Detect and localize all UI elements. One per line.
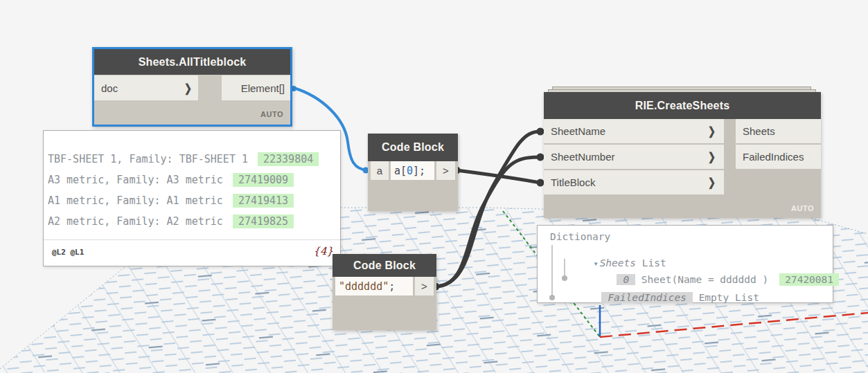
input-port-label: SheetName [551,125,605,137]
node-codeblock-index[interactable]: Code Block a a[0]; > [368,134,458,211]
list-item: A3 metric, Family: A3 metric 27419009 [44,170,340,190]
output-port[interactable]: > [415,277,434,295]
node-title[interactable]: Sheets.AllTitleblock [94,49,290,75]
input-port-doc[interactable]: doc ❯ [94,75,198,100]
list-item: A2 metric, Family: A2 metric 27419825 [44,211,340,232]
node-title-label: Code Block [382,141,444,154]
code-number-literal: 0 [407,165,413,177]
tree-connector-dot [549,295,555,300]
element-id-badge: 27419413 [233,194,294,208]
empty-list-label: Empty List [699,292,759,303]
node-rie-createsheets[interactable]: RIE.CreateSheets SheetName ❯ SheetNumber… [544,92,821,218]
output-port-label: > [443,165,449,176]
wire-dot [537,154,544,161]
output-port-label: Sheets [743,125,775,137]
wire-dot [537,179,544,187]
output-port-label: Element[] [241,82,285,94]
element-id-badge: 27419009 [233,173,294,187]
input-port-sheetname[interactable]: SheetName ❯ [544,119,724,143]
node-body [368,180,458,211]
sheet-label: A2 metric, Family: A2 metric [48,215,223,228]
input-port-sheetnumber[interactable]: SheetNumber ❯ [544,145,724,169]
dictionary-root-label: Dictionary [550,231,610,242]
sheet-label: TBF-SHEET 1, Family: TBF-SHEET 1 [48,153,248,165]
node-footer: AUTO [94,101,290,125]
node-title[interactable]: Code Block [368,134,458,161]
output-port[interactable]: > [436,161,455,180]
tree-connector-line [551,245,553,298]
code-text: ; [389,280,395,293]
lacing-mode-label[interactable]: AUTO [260,110,283,118]
node-sheets-alltitleblock[interactable]: Sheets.AllTitleblock doc ❯ Element[] AUT… [92,47,292,127]
input-port-label: a [377,165,382,176]
code-text: a[ [394,165,407,177]
chevron-right-icon: ❯ [184,82,192,95]
dictionary-key-badge: FailedIndices [601,292,693,303]
code-editor[interactable]: a[0]; [391,161,434,180]
input-port-a[interactable]: a [371,161,389,180]
output-port-label: FailedIndices [743,151,804,163]
node-title-label: Code Block [353,260,416,272]
node-title[interactable]: Code Block [333,254,436,277]
output-port-element[interactable]: Element[] [222,75,290,100]
preview-bubble-list[interactable]: TBF-SHEET 1, Family: TBF-SHEET 1 2233980… [43,130,341,266]
chevron-right-icon: ❯ [708,125,716,138]
preview-bubble-dictionary[interactable]: Dictionary ▾Sheets List 0 Sheet(Name = d… [537,225,833,303]
x-axis-line [600,313,868,337]
output-port-label: > [421,280,427,292]
wire-codeblock-to-titleblock[interactable] [457,170,540,183]
list-item: TBF-SHEET 1, Family: TBF-SHEET 1 2233980… [44,149,340,170]
output-port-sheets[interactable]: Sheets [736,119,821,143]
node-body [333,295,436,330]
list-count-label: {4} [313,245,333,257]
chevron-right-icon: ❯ [708,176,716,189]
wire-dot [537,128,544,136]
code-string-literal: "dddddd" [339,280,389,293]
input-port-label: SheetNumber [551,151,615,163]
chevron-right-icon: ❯ [708,150,716,163]
sheet-label: A1 metric, Family: A1 metric [48,194,223,207]
ports-area: SheetName ❯ SheetNumber ❯ TitleBlock ❯ S… [544,119,821,218]
dictionary-key-row: FailedIndices Empty List [565,281,759,314]
element-id-badge: 22339804 [258,152,319,166]
input-port-titleblock[interactable]: TitleBlock ❯ [544,170,724,194]
ports-row: "dddddd"; > [333,277,436,295]
node-title-label: Sheets.AllTitleblock [139,56,247,69]
code-editor[interactable]: "dddddd"; [335,277,413,295]
list-levels-label[interactable]: @L2 @L1 [52,248,84,257]
element-id-badge: 27420081 [779,273,839,286]
sheet-label: A3 metric, Family: A3 metric [48,174,223,186]
node-title-label: RIE.CreateSheets [635,100,730,112]
input-port-label: TitleBlock [551,176,595,188]
lacing-mode-label[interactable]: AUTO [791,204,814,212]
node-codeblock-string[interactable]: Code Block "dddddd"; > [333,254,436,330]
output-port-failedindices[interactable]: FailedIndices [736,145,821,169]
preview-rows: TBF-SHEET 1, Family: TBF-SHEET 1 2233980… [44,131,340,232]
code-text: ]; [413,165,425,177]
list-item: A1 metric, Family: A1 metric 27419413 [44,190,340,211]
dynamo-graph-canvas[interactable]: Sheets.AllTitleblock doc ❯ Element[] AUT… [0,0,868,373]
ports-row: a a[0]; > [368,161,458,180]
ports-row: doc ❯ Element[] [94,75,290,101]
input-port-label: doc [101,82,118,94]
node-title[interactable]: RIE.CreateSheets [544,92,821,119]
preview-footer: @L2 @L1 {4} [44,239,340,266]
element-id-badge: 27419825 [233,215,294,228]
